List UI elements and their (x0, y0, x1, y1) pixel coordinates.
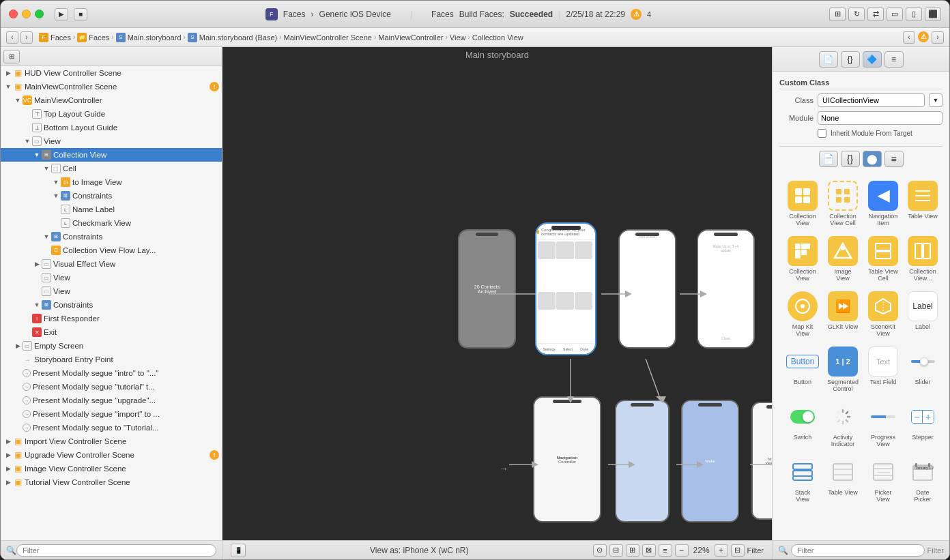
sidebar-grid-btn[interactable]: ⊞ (3, 50, 20, 63)
rp-filter-input[interactable] (791, 544, 925, 557)
tree-item-segue4[interactable]: → Present Modally segue "import" to ... (1, 407, 222, 421)
minimize-button[interactable] (22, 10, 31, 18)
arrow-image-view[interactable] (51, 177, 61, 187)
tree-item-checkmark[interactable]: L Checkmark View (1, 216, 222, 230)
bc-item-3[interactable]: S Main.storyboard (116, 33, 182, 42)
arrow-constraints3[interactable] (32, 300, 42, 310)
tree-item-hud-scene[interactable]: ▣ HUD View Controller Scene (1, 66, 222, 80)
obj-date-picker[interactable]: January 1 2018 Date Picker (905, 454, 940, 505)
obj-collection-view2[interactable]: Collection View (785, 233, 820, 284)
canvas-icon-btn4[interactable]: ⊠ (642, 544, 656, 557)
arrow-tutorial-scene[interactable] (3, 477, 13, 487)
obj-collection-cell[interactable]: Collection View Cell (824, 178, 861, 229)
bc-nav-prev[interactable]: ‹ (903, 31, 915, 44)
canvas-device-btn[interactable]: 📱 (231, 544, 246, 557)
tree-item-constraints3[interactable]: ⊠ Constraints (1, 298, 222, 312)
panel-tab-code[interactable]: {} (841, 151, 860, 167)
class-menu-btn[interactable]: ▼ (929, 93, 942, 107)
obj-button[interactable]: Button Button (785, 344, 820, 395)
close-button[interactable] (9, 10, 18, 18)
tree-item-import-scene[interactable]: ▣ Import View Controller Scene (1, 434, 222, 448)
canvas-icon-btn3[interactable]: ⊞ (626, 544, 639, 557)
maximize-button[interactable] (35, 10, 44, 18)
panel-tab-object[interactable]: ⬤ (863, 151, 882, 167)
bc-item-4[interactable]: S Main.storyboard (Base) (188, 33, 277, 42)
pane-btn3[interactable]: ⬛ (925, 8, 941, 21)
obj-image-view[interactable]: Image View (824, 233, 861, 284)
obj-navigation-item[interactable]: ◀ Navigation Item (865, 178, 901, 229)
arrow-view1[interactable] (23, 136, 32, 146)
bc-nav-next[interactable]: › (932, 31, 944, 44)
tree-item-upgrade-scene[interactable]: ▣ Upgrade View Controller Scene ! (1, 448, 222, 462)
tree-item-segue1[interactable]: → Present Modally segue "intro" to "..." (1, 366, 222, 380)
bc-item-1[interactable]: F Faces (39, 33, 71, 42)
obj-glkit-view[interactable]: ⏩ GLKit View (824, 289, 861, 340)
tree-item-name-label[interactable]: L Name Label (1, 203, 222, 216)
bc-item-5[interactable]: MainViewController Scene (284, 33, 372, 42)
obj-collection-cell2[interactable]: Collection View... (905, 233, 940, 284)
obj-switch[interactable]: Switch (785, 399, 820, 450)
obj-text-field[interactable]: Text Text Field (865, 344, 901, 395)
bc-item-7[interactable]: View (450, 33, 466, 42)
arrow-visual-effect[interactable] (32, 259, 42, 269)
bc-item-8[interactable]: Collection View (472, 33, 523, 42)
tree-item-empty-screen[interactable]: ▭ Empty Screen (1, 339, 222, 353)
obj-slider[interactable]: Slider (905, 344, 940, 395)
obj-progress[interactable]: Progress View (865, 399, 901, 450)
obj-label[interactable]: Label Label (905, 289, 940, 340)
arrow-constraints1[interactable] (51, 191, 61, 201)
canvas-icon-btn2[interactable]: ⊟ (609, 544, 623, 557)
tree-item-flow-layout[interactable]: ⊟ Collection View Flow Lay... (1, 244, 222, 257)
obj-table-cell[interactable]: Table View Cell (865, 233, 901, 284)
arrow-collection[interactable] (32, 150, 42, 160)
class-input[interactable] (818, 93, 925, 107)
tree-item-cell[interactable]: ⬚ Cell (1, 162, 222, 175)
obj-collection-view[interactable]: Collection View (785, 178, 820, 229)
pane-btn2[interactable]: ▯ (906, 8, 922, 21)
tree-item-main-vc[interactable]: VC MainViewController (1, 93, 222, 107)
tree-item-constraints2[interactable]: ⊠ Constraints (1, 230, 222, 244)
obj-segmented[interactable]: 1 | 2 Segmented Control (824, 344, 861, 395)
zoom-minus-btn[interactable]: − (675, 544, 689, 557)
tree-item-segue2[interactable]: → Present Modally segue "tutorial" t... (1, 380, 222, 394)
grid-view-btn[interactable]: ⊞ (829, 8, 846, 21)
arrow-constraints2[interactable] (42, 232, 51, 241)
arrow-main-vc[interactable] (13, 95, 23, 105)
tree-item-exit[interactable]: ✕ Exit (1, 325, 222, 339)
obj-activity[interactable]: Activity Indicator (824, 399, 861, 450)
breadcrumb-forward[interactable]: › (20, 31, 33, 44)
arrow-upgrade-scene[interactable] (3, 450, 13, 460)
tree-item-view3[interactable]: ▭ View (1, 284, 222, 298)
obj-stepper[interactable]: − + Stepper (905, 399, 940, 450)
bc-item-6[interactable]: MainViewController (378, 33, 443, 42)
sidebar-filter-input[interactable] (16, 544, 216, 557)
arrow-empty-screen[interactable] (13, 341, 23, 351)
tree-item-storyboard-entry[interactable]: → Storyboard Entry Point (1, 353, 222, 366)
stop-button[interactable]: ■ (74, 8, 87, 20)
obj-table-view3[interactable]: Table View (824, 454, 861, 505)
panel-tab-hierarchy[interactable]: ≡ (884, 151, 904, 167)
panel-tab-file[interactable]: 📄 (819, 151, 838, 167)
obj-table-view[interactable]: Table View (905, 178, 940, 229)
tree-item-segue5[interactable]: → Present Modally segue to "Tutorial... (1, 421, 222, 434)
arrow-image-scene[interactable] (3, 464, 13, 473)
obj-scenekit-view[interactable]: SceneKit View (865, 289, 901, 340)
zoom-plus-btn[interactable]: + (715, 544, 728, 557)
tree-item-visual-effect[interactable]: ▭ Visual Effect View (1, 257, 222, 271)
tree-item-bottom-layout[interactable]: ⊥ Bottom Layout Guide (1, 121, 222, 134)
obj-picker-view[interactable]: ——— Picker View (865, 454, 901, 505)
rp-tab-object[interactable]: 🔷 (863, 51, 882, 68)
pane-btn1[interactable]: ▭ (887, 8, 903, 21)
canvas-icon-btn1[interactable]: ⊙ (593, 544, 607, 557)
canvas-viewport[interactable]: 20 ContactsArchived Congratulations! All… (222, 62, 772, 540)
canvas-icon-btn5[interactable]: ≡ (659, 544, 672, 557)
refresh-btn[interactable]: ↻ (848, 8, 865, 21)
back-forward-btn[interactable]: ⇄ (867, 8, 884, 21)
bc-item-2[interactable]: 📁 Faces (77, 33, 109, 42)
canvas-filter-btn[interactable]: ⊟ (731, 544, 745, 557)
tree-item-image-scene[interactable]: ▣ Image View Controller Scene (1, 462, 222, 475)
warning-badge[interactable]: ⚠ (631, 9, 642, 20)
tree-item-tutorial-scene[interactable]: ▣ Tutorial View Controller Scene (1, 475, 222, 489)
tree-item-image-view[interactable]: ⊡ to Image View (1, 175, 222, 189)
obj-stack-view[interactable]: Stack View (785, 454, 820, 505)
